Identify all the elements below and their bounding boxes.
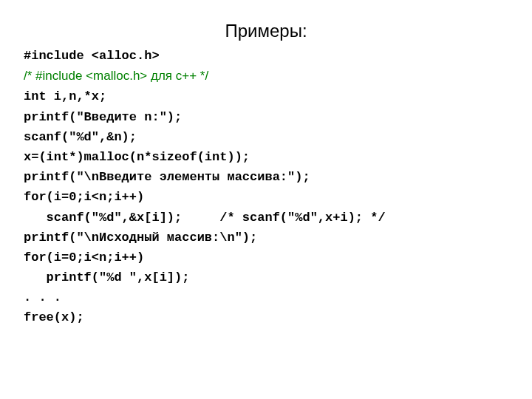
code-line: int i,n,*x; bbox=[24, 89, 106, 103]
code-line: printf("\nИсходный массив:\n"); bbox=[24, 231, 257, 245]
code-line: printf("Введите n:"); bbox=[24, 110, 182, 124]
code-line: x=(int*)malloc(n*sizeof(int)); bbox=[24, 150, 250, 164]
slide-page: Примеры: #include <alloc.h> /* #include … bbox=[0, 0, 532, 399]
slide-title: Примеры: bbox=[24, 21, 508, 41]
code-line: #include <alloc.h> bbox=[24, 49, 160, 63]
code-line: for(i=0;i<n;i++) bbox=[24, 250, 144, 265]
code-line: for(i=0;i<n;i++) bbox=[24, 190, 144, 204]
code-listing: #include <alloc.h> /* #include <malloc.h… bbox=[24, 46, 508, 328]
code-comment-line: /* #include <malloc.h> для с++ */ bbox=[24, 69, 208, 83]
code-line: scanf("%d",&x[i]); /* scanf("%d",x+i); *… bbox=[24, 211, 386, 225]
code-line: scanf("%d",&n); bbox=[24, 130, 137, 144]
code-line: free(x); bbox=[24, 310, 84, 324]
code-line: printf("%d ",x[i]); bbox=[24, 270, 189, 284]
code-line: printf("\nВведите элементы массива:"); bbox=[24, 170, 310, 184]
code-line: . . . bbox=[24, 290, 61, 304]
